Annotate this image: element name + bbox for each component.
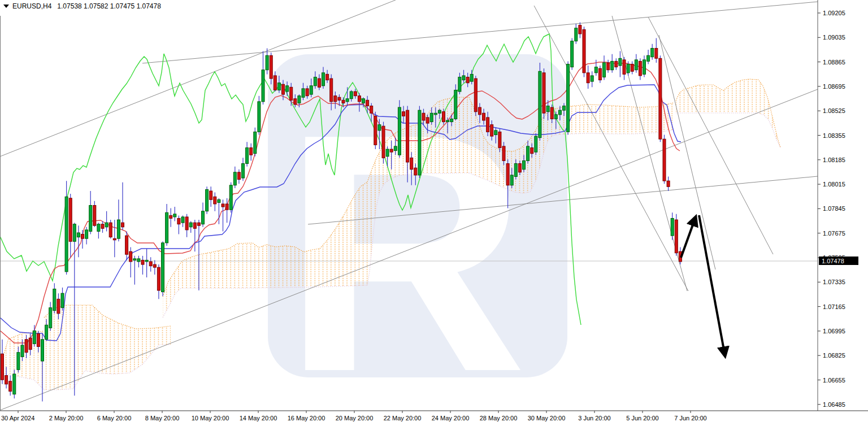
bull-candle: [233, 172, 236, 185]
price-tick-label: 1.08015: [823, 181, 845, 188]
annotation-arrow[interactable]: [681, 217, 696, 258]
bear-candle: [631, 64, 633, 72]
time-tick-label: 24 May 20:00: [432, 415, 470, 421]
price-tick-label: 1.06995: [823, 328, 845, 334]
price-tick-label: 1.07335: [823, 279, 845, 285]
bull-candle: [242, 164, 245, 179]
bull-candle: [173, 214, 176, 217]
bull-candle: [65, 197, 68, 272]
chart-menu-triangle-icon[interactable]: [3, 5, 9, 8]
bull-candle: [85, 230, 88, 238]
time-tick-label: 14 May 20:00: [240, 415, 277, 421]
bear-candle: [598, 68, 601, 80]
bull-candle: [346, 99, 349, 102]
bear-candle: [542, 73, 545, 113]
bear-candle: [550, 107, 553, 119]
bear-candle: [607, 63, 610, 70]
bear-candle: [25, 340, 28, 353]
time-tick-label: 28 May 20:00: [480, 415, 518, 421]
symbol-period-label: EURUSD,H41.07538 1.07582 1.07475 1.07478: [12, 2, 161, 10]
bear-candle: [318, 79, 320, 87]
bear-candle: [498, 132, 501, 147]
bear-candle: [225, 204, 228, 210]
bull-candle: [434, 113, 437, 115]
bear-candle: [655, 48, 658, 58]
time-tick-label: 20 May 20:00: [336, 415, 374, 421]
bull-candle: [117, 220, 120, 238]
bull-candle: [438, 110, 441, 113]
annotation-arrow[interactable]: [699, 215, 725, 356]
bear-candle: [414, 168, 417, 175]
bear-candle: [663, 139, 666, 181]
bull-candle: [418, 110, 421, 175]
price-tick-label: 1.08695: [823, 83, 845, 90]
price-axis[interactable]: 1.092051.090351.088651.086951.085251.083…: [818, 10, 858, 408]
bear-candle: [334, 96, 337, 102]
trend-line[interactable]: [142, 2, 818, 63]
time-tick-label: 5 Jun 20:00: [626, 415, 659, 421]
bear-candle: [1, 354, 4, 380]
bear-candle: [69, 198, 72, 242]
bull-candle: [202, 211, 205, 224]
bull-candle: [458, 77, 461, 92]
bear-candle: [623, 60, 626, 75]
bull-candle: [262, 70, 264, 102]
bull-candle: [49, 308, 52, 328]
time-tick-label: 30 Apr 2024: [1, 415, 34, 421]
bull-candle: [594, 67, 597, 73]
bear-candle: [390, 149, 393, 152]
bear-candle: [290, 87, 293, 100]
bull-candle: [105, 223, 108, 227]
bear-candle: [466, 77, 469, 82]
price-chart[interactable]: R 1.092051.090351.088651.086951.085251.0…: [0, 0, 868, 426]
bear-candle: [282, 84, 285, 94]
bear-candle: [101, 224, 104, 229]
bull-candle: [246, 147, 249, 163]
bear-candle: [177, 218, 180, 224]
trend-line[interactable]: [659, 35, 715, 269]
bear-candle: [237, 172, 240, 180]
bear-candle: [210, 191, 212, 199]
bear-candle: [93, 206, 96, 226]
bear-candle: [506, 164, 509, 185]
bear-candle: [358, 96, 361, 102]
bear-candle: [442, 112, 445, 122]
bull-candle: [546, 106, 549, 112]
bull-candle: [394, 146, 397, 151]
bear-candle: [402, 112, 405, 116]
bear-candle: [9, 381, 12, 392]
bear-candle: [667, 181, 670, 186]
bear-candle: [5, 376, 8, 384]
time-tick-label: 10 May 20:00: [192, 415, 229, 421]
price-tick-label: 1.06825: [823, 352, 845, 359]
bear-candle: [330, 79, 333, 102]
time-tick-label: 3 Jun 20:00: [578, 415, 611, 421]
bear-candle: [185, 217, 188, 230]
bear-candle: [193, 223, 196, 228]
bear-candle: [422, 113, 425, 120]
bull-candle: [450, 119, 453, 121]
bear-candle: [579, 25, 581, 34]
bull-candle: [554, 115, 557, 119]
bear-candle: [250, 147, 253, 155]
bear-candle: [294, 99, 297, 105]
bear-candle: [338, 97, 341, 100]
bear-candle: [410, 158, 413, 169]
bear-candle: [474, 79, 477, 112]
time-tick-label: 7 Jun 20:00: [674, 415, 707, 421]
bear-candle: [531, 147, 533, 153]
bull-candle: [61, 293, 64, 308]
bull-candle: [510, 175, 513, 185]
bear-candle: [113, 238, 116, 240]
bear-candle: [615, 61, 618, 67]
bear-candle: [342, 100, 345, 103]
bear-candle: [659, 58, 662, 139]
bear-candle: [29, 338, 32, 349]
forecast-arrows[interactable]: [681, 215, 725, 356]
bear-candle: [502, 146, 505, 161]
bull-candle: [671, 218, 674, 236]
bear-candle: [370, 106, 373, 114]
bear-candle: [306, 89, 309, 96]
bull-candle: [527, 146, 530, 161]
trend-line[interactable]: [648, 17, 773, 254]
